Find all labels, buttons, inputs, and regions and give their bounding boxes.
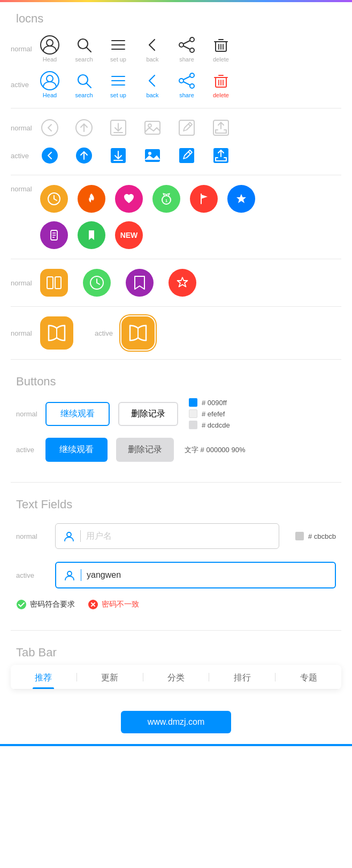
icon-bookmark-circle — [78, 221, 105, 249]
bookmark-purple-circle — [126, 269, 154, 297]
icon-delete-normal: delete — [211, 35, 231, 63]
textfield-normal-row: normal 用户名 # cbcbcb — [16, 517, 336, 555]
footer-url-btn[interactable]: www.dmzj.com — [121, 711, 232, 733]
tabbar-content: 推荐 更新 分类 排行 专题 — [0, 665, 352, 700]
tf-divider-active — [81, 569, 81, 581]
icon-twopanel — [40, 269, 68, 297]
buttons-normal-row: normal 继续观看 删除记录 # 0090ff # efefef # dcd… — [16, 394, 336, 433]
star-red-circle — [169, 269, 196, 297]
tab-special[interactable]: 专题 — [276, 665, 341, 689]
book-normal-bg — [40, 316, 73, 350]
divider-3 — [11, 259, 341, 259]
icon-head-active: Head — [40, 71, 59, 98]
edit-icon-active-svg — [177, 146, 196, 165]
svg-rect-69 — [47, 277, 53, 289]
clock-circle — [40, 185, 68, 213]
book-normal-svg — [46, 323, 67, 343]
export-icon-active-svg — [211, 146, 231, 165]
icon-download-normal — [109, 118, 128, 137]
continue-watch-outline-btn[interactable]: 继续观看 — [45, 402, 110, 426]
icon-flag — [190, 185, 218, 213]
normal-label-5: normal — [11, 329, 40, 337]
normal-icon-row-3: normal — [11, 181, 341, 217]
delete-record-filled-btn[interactable]: 删除记录 — [116, 438, 174, 462]
tab-row: 推荐 更新 分类 排行 专题 — [11, 665, 341, 689]
twopanel-rsq — [40, 269, 68, 297]
icon-back-active: back — [143, 71, 162, 98]
back-icon-active-svg — [143, 71, 162, 90]
new-badge-circle: NEW — [115, 221, 143, 249]
tf-color-swatch — [295, 532, 304, 540]
new-badge-text: NEW — [120, 231, 138, 239]
svg-text:1: 1 — [165, 198, 168, 203]
svg-point-77 — [67, 532, 71, 537]
icon-photo-normal — [143, 118, 162, 137]
icon-new-badge: NEW — [115, 221, 143, 249]
normal-icon-row-2: normal — [11, 114, 341, 142]
svg-marker-64 — [236, 194, 246, 203]
flag-circle — [190, 185, 218, 213]
svg-point-1 — [47, 40, 53, 46]
buttons-section: Buttons normal 继续观看 删除记录 # 0090ff # efef… — [0, 365, 352, 477]
svg-point-9 — [190, 48, 194, 52]
icons-section-5: normal active — [0, 312, 352, 354]
book-icon-row: normal active — [11, 312, 341, 354]
download-icon-svg — [109, 118, 128, 137]
icon-clock-green — [83, 269, 111, 297]
normal-label-3: normal — [11, 185, 40, 193]
textfield-active-box[interactable]: yangwen — [55, 562, 336, 588]
icon-heart — [115, 185, 143, 213]
continue-watch-filled-btn[interactable]: 继续观看 — [45, 438, 108, 462]
clock-green-svg — [89, 275, 105, 291]
icon-share-normal: share — [177, 35, 196, 63]
star-circle-svg — [234, 191, 249, 206]
svg-line-10 — [183, 41, 190, 44]
svg-point-25 — [190, 73, 194, 78]
icon-document-circle — [40, 221, 68, 249]
tab-ranking[interactable]: 排行 — [209, 665, 275, 689]
swatch-gray — [189, 421, 197, 429]
head-icon-active-svg — [40, 71, 59, 90]
icon-search-normal: search — [74, 35, 94, 63]
active-label-5: active — [95, 329, 113, 337]
tab-updates[interactable]: 更新 — [77, 665, 143, 689]
document-circle — [40, 221, 68, 249]
tab-recommended-label: 推荐 — [35, 673, 52, 682]
icon-undo-active — [40, 146, 59, 165]
star-circle — [227, 185, 255, 213]
tf-divider-normal — [80, 530, 81, 542]
medal-svg: 1 — [159, 191, 174, 206]
circle-icons-row-2: NEW — [11, 217, 341, 253]
check-icon — [16, 599, 27, 610]
rounded-sq-icons — [40, 269, 196, 297]
icon-delete-active: delete — [211, 71, 231, 98]
share-label-active: share — [179, 92, 194, 98]
active-label-2: active — [11, 152, 40, 160]
svg-point-36 — [42, 120, 58, 136]
icon-export-active — [211, 146, 231, 165]
svg-rect-44 — [179, 120, 194, 135]
swatch-blue-label: # 0090ff — [202, 399, 227, 407]
normal-icons-1: Head search set up — [40, 35, 231, 63]
icon-download-active — [109, 146, 128, 165]
star-red-svg — [174, 275, 190, 291]
svg-point-54 — [148, 152, 151, 155]
buttons-active-row: active 继续观看 删除记录 文字 # 000000 90% — [16, 433, 336, 466]
color-swatches: # 0090ff # efefef # dcdcde — [189, 398, 230, 429]
delete-label-normal: delete — [213, 56, 229, 63]
divider-5 — [11, 359, 341, 360]
tab-recommended[interactable]: 推荐 — [11, 665, 76, 689]
buttons-active-label: active — [16, 446, 45, 454]
edit-icon-svg — [177, 118, 196, 137]
divider-2 — [11, 175, 341, 175]
tf-normal-label: normal — [16, 532, 45, 540]
delete-record-outline-btn[interactable]: 删除记录 — [118, 402, 178, 426]
active-icon-row-2: active — [11, 142, 341, 169]
bookmark-green-svg — [85, 228, 98, 242]
svg-line-73 — [97, 283, 100, 284]
bookmark-purple-svg — [133, 275, 147, 291]
active-action-icons — [40, 146, 231, 165]
tab-categories[interactable]: 分类 — [143, 665, 209, 689]
upload-icon-active-svg — [74, 146, 94, 165]
tab-updates-label: 更新 — [101, 673, 118, 682]
